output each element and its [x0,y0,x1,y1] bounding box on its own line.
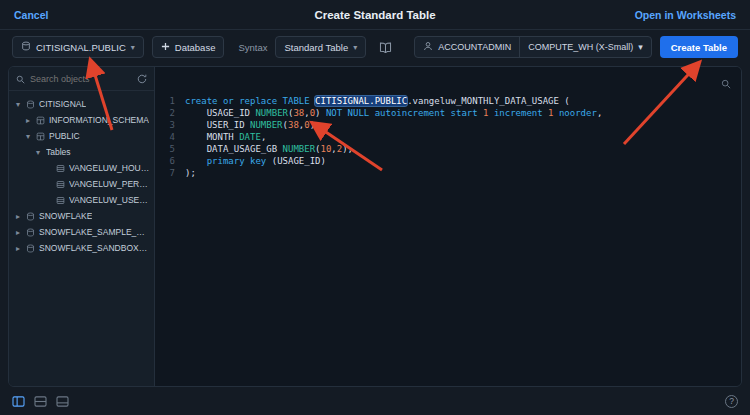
tree-item-label: CITISIGNAL [39,99,86,109]
line-number: 2 [155,107,185,119]
tree-item-label: SNOWFLAKE_SANDBOX_DB [39,243,150,253]
tree-item-vangeluw_persons[interactable]: VANGELUW_PERSONS [9,176,154,192]
table-icon [56,164,65,173]
chevron-down-icon[interactable]: ▾ [14,100,22,109]
add-database-label: Database [175,42,216,53]
database-icon [26,244,35,253]
title-bar: Cancel Create Standard Table Open in Wor… [0,0,750,30]
context-selector: ACCOUNTADMIN COMPUTE_WH (X-Small) ▾ [414,36,651,58]
code-line: 7); [155,167,741,179]
tree-item-label: SNOWFLAKE [39,211,92,221]
warehouse-selector[interactable]: COMPUTE_WH (X-Small) ▾ [519,37,651,57]
create-table-button[interactable]: Create Table [660,36,738,58]
tree-item-label: VANGELUW_USERS [69,195,150,205]
add-database-button[interactable]: Database [152,36,225,58]
objects-panel-toggle-icon[interactable] [12,396,25,407]
code-text: MONTH DATE, [185,131,266,143]
code-line: 3 USER_ID NUMBER(38,0), [155,119,741,131]
chevron-right-icon[interactable]: ▸ [24,116,32,125]
syntax-label: Syntax [238,42,267,53]
code-line: 2 USAGE_ID NUMBER(38,0) NOT NULL autoinc… [155,107,741,119]
help-icon[interactable]: ? [725,395,738,408]
main-content: ▾CITISIGNAL▸INFORMATION_SCHEMA▾PUBLIC▾Ta… [8,66,742,387]
role-value: ACCOUNTADMIN [438,42,511,52]
tree-item-public[interactable]: ▾PUBLIC [9,128,154,144]
user-icon [423,41,433,53]
code-line: 4 MONTH DATE, [155,131,741,143]
results-panel-toggle-icon[interactable] [56,396,69,407]
code-text: USAGE_ID NUMBER(38,0) NOT NULL autoincre… [185,107,602,119]
code-line: 5 DATA_USAGE_GB NUMBER(10,2), [155,143,741,155]
role-selector[interactable]: ACCOUNTADMIN [415,37,519,57]
line-number: 6 [155,155,185,167]
tree-item-label: SNOWFLAKE_SAMPLE_DATA [39,227,150,237]
database-icon [21,41,31,53]
chevron-down-icon: ▾ [638,42,643,52]
code-text: ); [185,167,196,179]
table-icon [56,196,65,205]
chevron-down-icon[interactable]: ▾ [24,132,32,141]
tree-item-label: VANGELUW_HOUSEHOLDS [69,163,150,173]
tree-item-label: INFORMATION_SCHEMA [49,115,149,125]
code-line: 6 primary key (USAGE_ID) [155,155,741,167]
search-icon [16,70,25,88]
docs-icon[interactable] [374,36,396,58]
chevron-right-icon[interactable]: ▸ [14,244,22,253]
schema-icon [36,116,45,125]
table-icon [56,180,65,189]
tree-item-tables[interactable]: ▾Tables [9,144,154,160]
refresh-icon[interactable] [137,74,147,84]
search-input[interactable] [30,74,132,84]
open-in-worksheets-link[interactable]: Open in Worksheets [635,9,736,21]
code-text: USER_ID NUMBER(38,0), [185,119,321,131]
tree-item-snowflake_sandbox_db[interactable]: ▸SNOWFLAKE_SANDBOX_DB [9,240,154,256]
syntax-selector-value: Standard Table [284,42,348,53]
tree-item-snowflake[interactable]: ▸SNOWFLAKE [9,208,154,224]
warehouse-value: COMPUTE_WH (X-Small) [528,42,633,52]
create-table-window: Cancel Create Standard Table Open in Wor… [0,0,750,415]
tree-item-information_schema[interactable]: ▸INFORMATION_SCHEMA [9,112,154,128]
tree-item-citisignal[interactable]: ▾CITISIGNAL [9,96,154,112]
cancel-link[interactable]: Cancel [14,9,48,21]
sql-editor[interactable]: 1create or replace TABLE CITISIGNAL.PUBL… [155,67,741,386]
line-number: 5 [155,143,185,155]
tree-item-label: Tables [46,147,71,157]
toolbar: CITISIGNAL.PUBLIC ▾ Database Syntax Stan… [0,30,750,64]
tree-item-snowflake_sample_data[interactable]: ▸SNOWFLAKE_SAMPLE_DATA [9,224,154,240]
line-number: 1 [155,95,185,107]
tree-item-label: PUBLIC [49,131,80,141]
chevron-down-icon[interactable]: ▾ [34,148,42,157]
object-explorer: ▾CITISIGNAL▸INFORMATION_SCHEMA▾PUBLIC▾Ta… [9,67,155,386]
chevron-right-icon[interactable]: ▸ [14,228,22,237]
sql-code: 1create or replace TABLE CITISIGNAL.PUBL… [155,67,741,179]
line-number: 3 [155,119,185,131]
chevron-down-icon: ▾ [353,43,357,52]
database-icon [26,212,35,221]
code-line: 1create or replace TABLE CITISIGNAL.PUBL… [155,95,741,107]
line-number: 4 [155,131,185,143]
database-icon [26,228,35,237]
chevron-right-icon[interactable]: ▸ [14,212,22,221]
chevron-down-icon: ▾ [131,43,135,52]
object-search [9,67,154,91]
code-text: primary key (USAGE_ID) [185,155,326,167]
object-tree: ▾CITISIGNAL▸INFORMATION_SCHEMA▾PUBLIC▾Ta… [9,91,154,256]
tree-item-label: VANGELUW_PERSONS [69,179,150,189]
tree-item-vangeluw_households[interactable]: VANGELUW_HOUSEHOLDS [9,160,154,176]
code-text: DATA_USAGE_GB NUMBER(10,2), [185,143,353,155]
tree-item-vangeluw_users[interactable]: VANGELUW_USERS [9,192,154,208]
line-number: 7 [155,167,185,179]
syntax-selector[interactable]: Standard Table ▾ [275,36,366,58]
database-selector-value: CITISIGNAL.PUBLIC [36,42,126,53]
editor-search-icon[interactable] [721,75,731,93]
database-icon [26,100,35,109]
code-text: create or replace TABLE CITISIGNAL.PUBLI… [185,95,570,107]
database-selector[interactable]: CITISIGNAL.PUBLIC ▾ [12,36,144,58]
footer-bar: ? [0,387,750,415]
schema-icon [36,132,45,141]
plus-icon [161,42,170,53]
editor-panel-toggle-icon[interactable] [34,396,47,407]
